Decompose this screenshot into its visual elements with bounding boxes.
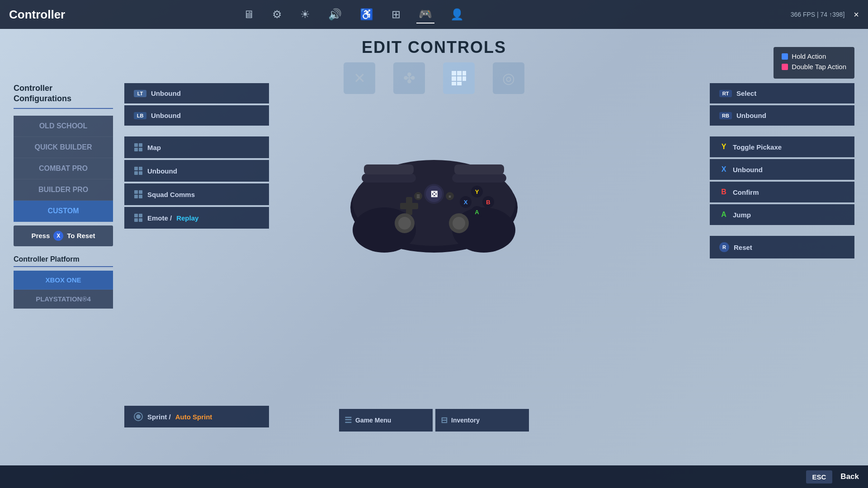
close-button[interactable]: × — [854, 9, 859, 20]
svg-rect-19 — [139, 195, 142, 198]
left-sidebar: ControllerConfigurations OLD SCHOOL QUIC… — [14, 83, 113, 309]
svg-rect-3 — [452, 76, 456, 81]
svg-rect-8 — [134, 143, 138, 147]
brightness-icon[interactable]: ☀ — [298, 6, 312, 23]
svg-rect-5 — [462, 76, 466, 81]
lt-button[interactable]: LT Unbound — [124, 83, 269, 103]
svg-point-25 — [136, 414, 141, 419]
platform-ps4[interactable]: PLAYSTATION®4 — [14, 290, 113, 309]
tab-move[interactable]: ✤ — [393, 62, 425, 94]
x-button[interactable]: X Unbound — [710, 159, 854, 180]
y-button[interactable]: Y Toggle Pickaxe — [710, 136, 854, 157]
r-reset-button[interactable]: R Reset — [710, 236, 854, 258]
svg-rect-53 — [364, 164, 414, 174]
profile-icon[interactable]: 👤 — [448, 6, 466, 23]
svg-rect-6 — [452, 82, 456, 85]
ls-unbound-icon — [134, 166, 143, 175]
legend-box: Hold Action Double Tap Action — [774, 47, 854, 79]
sprint-icon — [134, 412, 143, 421]
layout-icon[interactable]: ⊞ — [389, 6, 403, 23]
emote-label: Emote / — [147, 214, 172, 222]
hold-action-label: Hold Action — [792, 52, 826, 60]
ls-unbound-label: Unbound — [147, 167, 177, 175]
b-label: Confirm — [733, 188, 759, 196]
svg-rect-7 — [457, 82, 462, 85]
r-tag: R — [719, 242, 729, 252]
esc-button[interactable]: ESC — [806, 470, 833, 483]
a-tag: A — [719, 211, 728, 219]
svg-rect-22 — [134, 218, 138, 222]
lb-button[interactable]: LB Unbound — [124, 105, 269, 126]
rb-button[interactable]: RB Unbound — [710, 105, 854, 126]
config-builder-pro[interactable]: BUILDER PRO — [14, 179, 113, 201]
svg-rect-54 — [454, 164, 504, 174]
controller-nav-icon[interactable]: 🎮 — [416, 5, 434, 23]
platform-xbox[interactable]: XBOX ONE — [14, 271, 113, 290]
back-label: Back — [840, 472, 859, 481]
svg-rect-2 — [462, 71, 466, 75]
svg-rect-17 — [139, 190, 142, 194]
map-button[interactable]: Map — [124, 136, 269, 158]
lt-label: Unbound — [151, 89, 181, 97]
tab-grid[interactable] — [443, 62, 475, 94]
config-custom[interactable]: CUSTOM — [14, 201, 113, 222]
svg-text:A: A — [475, 209, 479, 216]
fps-counter: 366 FPS | 74 ↑398] — [791, 11, 845, 18]
x-key-badge: X — [53, 231, 63, 241]
svg-rect-1 — [457, 71, 462, 75]
svg-rect-12 — [134, 167, 138, 170]
svg-rect-4 — [457, 76, 462, 81]
emote-button[interactable]: Emote / Replay — [124, 207, 269, 229]
ls-unbound-button[interactable]: Unbound — [124, 160, 269, 182]
inventory-label: Inventory — [451, 417, 480, 424]
svg-rect-13 — [139, 167, 142, 170]
y-label: Toggle Pickaxe — [733, 143, 782, 151]
r-reset-label: Reset — [734, 244, 752, 251]
replay-label: Replay — [176, 214, 198, 222]
svg-rect-10 — [134, 148, 138, 151]
rb-label: Unbound — [736, 112, 766, 119]
audio-icon[interactable]: 🔊 — [326, 6, 344, 23]
map-icon — [134, 143, 143, 152]
sprint-button[interactable]: Sprint / Auto Sprint — [124, 406, 269, 427]
accessibility-icon[interactable]: ♿ — [358, 6, 376, 23]
a-button[interactable]: A Jump — [710, 204, 854, 225]
auto-sprint-label: Auto Sprint — [175, 413, 212, 421]
game-menu-button[interactable]: ☰ Game Menu — [339, 409, 433, 432]
config-combat-pro[interactable]: COMBAT PRO — [14, 158, 113, 179]
inventory-button[interactable]: ⊟ Inventory — [435, 409, 529, 432]
svg-text:☰: ☰ — [416, 194, 420, 199]
game-menu-label: Game Menu — [355, 417, 391, 424]
b-button[interactable]: B Confirm — [710, 182, 854, 202]
squad-comms-label: Squad Comms — [147, 191, 195, 198]
monitor-icon[interactable]: 🖥 — [241, 6, 256, 23]
svg-rect-20 — [134, 214, 138, 217]
x-tag: X — [719, 165, 728, 174]
tab-circle[interactable]: ◎ — [493, 62, 524, 94]
rt-tag: RT — [719, 90, 732, 97]
hold-action-dot — [782, 53, 788, 60]
svg-rect-34 — [406, 197, 412, 215]
tab-combat[interactable]: ✕ — [344, 62, 375, 94]
controller-area: ⊠ Y B X A ☰ ≡ — [339, 140, 529, 259]
double-tap-label: Double Tap Action — [792, 63, 846, 70]
reset-button[interactable]: Press X To Reset — [14, 225, 113, 246]
config-quick-builder[interactable]: QUICK BUILDER — [14, 137, 113, 158]
svg-rect-51 — [362, 174, 416, 183]
menu-icon: ☰ — [344, 415, 352, 425]
platform-title: Controller Platform — [14, 255, 113, 267]
svg-text:⊠: ⊠ — [430, 189, 438, 199]
svg-rect-0 — [452, 71, 456, 75]
map-label: Map — [147, 144, 161, 151]
rt-button[interactable]: RT Select — [710, 83, 854, 103]
b-tag: B — [719, 188, 728, 196]
svg-rect-21 — [139, 214, 142, 217]
emote-icon — [134, 213, 143, 222]
rb-tag: RB — [719, 112, 732, 119]
sprint-label: Sprint / — [147, 413, 171, 421]
settings-icon[interactable]: ⚙ — [270, 6, 284, 23]
svg-text:X: X — [464, 199, 468, 206]
squad-comms-button[interactable]: Squad Comms — [124, 183, 269, 205]
config-old-school[interactable]: OLD SCHOOL — [14, 116, 113, 137]
left-controls-column: LT Unbound LB Unbound Map Unbound — [124, 83, 269, 230]
